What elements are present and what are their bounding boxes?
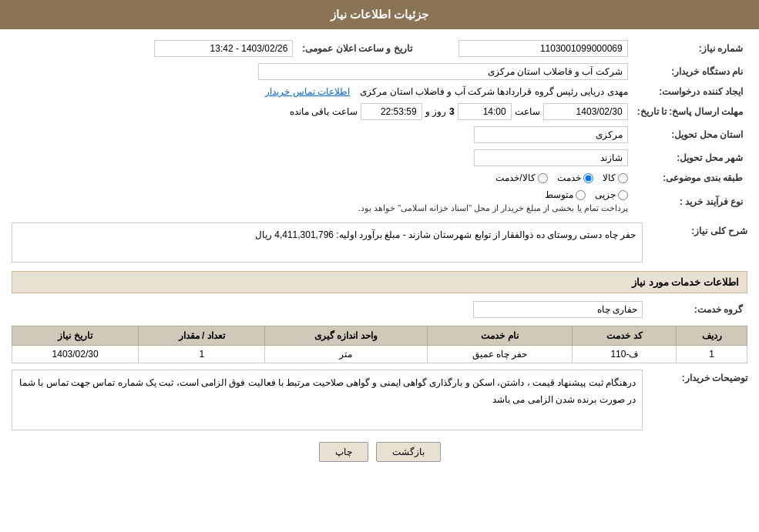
- farayand-jazii[interactable]: جزیی: [595, 189, 628, 200]
- mohlat-date-input[interactable]: [543, 103, 628, 120]
- page-title: جزئیات اطلاعات نیاز: [331, 8, 428, 21]
- group-khadamat-label: گروه خدمت:: [647, 298, 747, 321]
- col-kod: کد خدمت: [573, 326, 677, 346]
- mohlat-remaining-label: ساعت باقی مانده: [290, 106, 358, 117]
- tabaqe-kala[interactable]: کالا: [603, 172, 628, 183]
- table-row: 1ف-110حفر چاه عمیقمتر11403/02/30: [12, 346, 747, 363]
- mohlat-remaining-input[interactable]: [361, 103, 422, 120]
- tarikh-label: تاریخ و ساعت اعلان عمومی:: [297, 37, 416, 60]
- notes-textarea[interactable]: [12, 370, 643, 430]
- services-table: ردیف کد خدمت نام خدمت واحد اندازه گیری ت…: [12, 326, 747, 363]
- col-name: نام خدمت: [427, 326, 573, 346]
- print-button[interactable]: چاپ: [319, 442, 368, 462]
- ostan-tahvil-label: استان محل تحویل:: [633, 123, 747, 146]
- ostan-tahvil-input[interactable]: [474, 126, 628, 143]
- etelaaat-tamas-link[interactable]: اطلاعات تماس خریدار: [265, 86, 350, 97]
- shahr-tahvil-input[interactable]: [474, 149, 628, 166]
- ijad-konande-label: ایجاد کننده درخواست:: [633, 83, 747, 100]
- bottom-buttons: بازگشت چاپ: [12, 442, 747, 462]
- ijad-konande-value: مهدی دریایی رئیس گروه قراردادها شرکت آب …: [360, 86, 627, 97]
- nam-dastgah-label: نام دستگاه خریدار:: [633, 60, 747, 83]
- sharh-textarea[interactable]: [12, 223, 643, 263]
- col-unit: واحد اندازه گیری: [265, 326, 427, 346]
- nooe-farayand-label: نوع فرآیند خرید :: [633, 186, 747, 216]
- nooe-farayand-note: پرداخت تمام یا بخشی از مبلغ خریدار از مح…: [358, 203, 628, 213]
- col-date: تاریخ نیاز: [12, 326, 139, 346]
- services-section-title: اطلاعات خدمات مورد نیاز: [12, 271, 747, 293]
- shomara-niaz-input[interactable]: [458, 40, 628, 57]
- shahr-tahvil-label: شهر محل تحویل:: [633, 146, 747, 169]
- mohlat-rooz-value: 3: [449, 106, 455, 117]
- tarikh-input[interactable]: [154, 40, 293, 57]
- page-header: جزئیات اطلاعات نیاز: [0, 0, 759, 29]
- notes-label: توضیحات خریدار:: [647, 370, 747, 383]
- col-radif: ردیف: [677, 326, 747, 346]
- back-button[interactable]: بازگشت: [376, 442, 441, 462]
- nam-dastgah-input[interactable]: [258, 63, 628, 80]
- shomara-niaz-label: شماره نیاز:: [633, 37, 747, 60]
- tabaqe-label: طبقه بندی موضوعی:: [633, 169, 747, 186]
- tabaqe-kala-khedmat[interactable]: کالا/خدمت: [495, 172, 547, 183]
- mohlat-label: مهلت ارسال پاسخ: تا تاریخ:: [633, 100, 747, 123]
- mohlat-saat-label: ساعت: [515, 106, 540, 117]
- col-count: تعداد / مقدار: [139, 326, 265, 346]
- mohlat-saat-input[interactable]: [458, 103, 512, 120]
- tabaqe-khedmat[interactable]: خدمت: [557, 172, 593, 183]
- mohlat-rooz-label: روز و: [425, 106, 446, 117]
- farayand-motevasset[interactable]: متوسط: [545, 189, 586, 200]
- sharh-label: شرح کلی نیاز:: [647, 223, 747, 236]
- group-khadamat-input[interactable]: [473, 301, 643, 318]
